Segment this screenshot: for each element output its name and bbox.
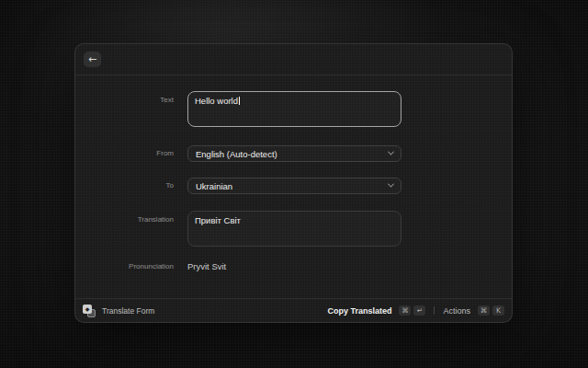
text-input-value: Hello world <box>195 96 238 106</box>
pronunciation-label: Pronunciation <box>75 261 174 271</box>
text-caret <box>239 97 240 105</box>
desktop-background: ← Text Hello world From English (Auto-de… <box>0 0 588 368</box>
translate-icon-front-square: ◆ <box>83 305 92 314</box>
from-select[interactable]: English (Auto-detect) <box>187 145 401 162</box>
command-key-icon: ⌘ <box>399 305 411 316</box>
form-row-from: From English (Auto-detect) <box>75 145 512 162</box>
translate-icon-glyph: ◆ <box>85 306 90 312</box>
form-row-pronunciation: Pronunciation Pryvit Svit <box>75 261 512 271</box>
text-label: Text <box>75 91 174 104</box>
to-label: To <box>75 178 174 194</box>
translate-form-icon: ◆ <box>83 305 96 317</box>
extension-name: Translate Form <box>102 306 154 316</box>
action-bar-right: Copy Translated ⌘ ↵ Actions ⌘ K <box>327 305 504 316</box>
text-input[interactable]: Hello world <box>187 91 401 127</box>
form-row-text: Text Hello world <box>75 91 512 127</box>
action-bar-left: ◆ Translate Form <box>83 305 154 317</box>
return-key-icon: ↵ <box>413 305 425 316</box>
actions-label: Actions <box>443 306 470 316</box>
to-select[interactable]: Ukrainian <box>187 178 401 194</box>
command-key-icon: ⌘ <box>478 305 490 316</box>
translate-form: Text Hello world From English (Auto-dete… <box>75 75 512 298</box>
chevron-down-icon <box>388 180 394 187</box>
from-label: From <box>75 145 174 162</box>
k-key-icon: K <box>492 305 504 316</box>
form-row-translation: Translation Привіт Світ <box>75 211 512 247</box>
actions-menu-button[interactable]: Actions ⌘ K <box>443 305 504 316</box>
action-bar: ◆ Translate Form Copy Translated ⌘ ↵ Act… <box>75 298 512 322</box>
copy-translated-button[interactable]: Copy Translated ⌘ ↵ <box>327 305 425 316</box>
translation-label: Translation <box>75 211 174 224</box>
back-arrow-icon: ← <box>88 54 96 64</box>
translate-form-window: ← Text Hello world From English (Auto-de… <box>74 43 513 323</box>
pronunciation-value: Pryvit Svit <box>187 261 401 271</box>
chevron-down-icon <box>388 148 394 155</box>
translation-output-value: Привіт Світ <box>195 215 241 225</box>
translation-output[interactable]: Привіт Світ <box>187 211 401 247</box>
copy-translated-shortcut: ⌘ ↵ <box>399 305 425 316</box>
to-select-value: Ukrainian <box>196 181 232 191</box>
copy-translated-label: Copy Translated <box>327 306 391 316</box>
window-header: ← <box>75 44 512 75</box>
actions-shortcut: ⌘ K <box>478 305 504 316</box>
back-button[interactable]: ← <box>84 52 101 67</box>
form-row-to: To Ukrainian <box>75 178 512 194</box>
from-select-value: English (Auto-detect) <box>196 149 277 159</box>
action-bar-divider <box>434 306 435 315</box>
